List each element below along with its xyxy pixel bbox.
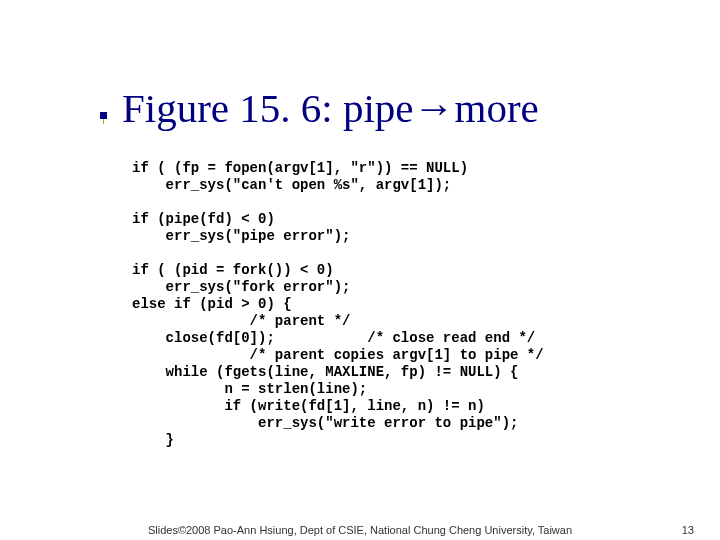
arrow-right-icon: → — [414, 85, 455, 131]
code-line: err_sys("pipe error"); — [132, 228, 350, 244]
footer-credit: Slides©2008 Pao-Ann Hsiung, Dept of CSIE… — [0, 524, 720, 536]
code-line: if ( (pid = fork()) < 0) — [132, 262, 334, 278]
page-number: 13 — [682, 524, 694, 536]
code-line: n = strlen(line); — [132, 381, 367, 397]
title-bullet-marker — [100, 112, 107, 119]
code-line: close(fd[0]); /* close read end */ — [132, 330, 535, 346]
code-line: while (fgets(line, MAXLINE, fp) != NULL)… — [132, 364, 518, 380]
code-line: if (pipe(fd) < 0) — [132, 211, 275, 227]
code-line: if ( (fp = fopen(argv[1], "r")) == NULL) — [132, 160, 468, 176]
code-line: err_sys("can't open %s", argv[1]); — [132, 177, 451, 193]
code-line: else if (pid > 0) { — [132, 296, 292, 312]
code-line: err_sys("write error to pipe"); — [132, 415, 518, 431]
code-line: if (write(fd[1], line, n) != n) — [132, 398, 485, 414]
code-line: /* parent */ — [132, 313, 350, 329]
slide: Figure 15. 6: pipe→more if ( (fp = fopen… — [0, 0, 720, 540]
code-block: if ( (fp = fopen(argv[1], "r")) == NULL)… — [132, 160, 544, 449]
slide-title: Figure 15. 6: pipe→more — [122, 84, 539, 132]
code-line: } — [132, 432, 174, 448]
title-suffix: more — [455, 85, 539, 131]
title-prefix: Figure 15. 6: pipe — [122, 85, 414, 131]
code-line: /* parent copies argv[1] to pipe */ — [132, 347, 544, 363]
code-line: err_sys("fork error"); — [132, 279, 350, 295]
